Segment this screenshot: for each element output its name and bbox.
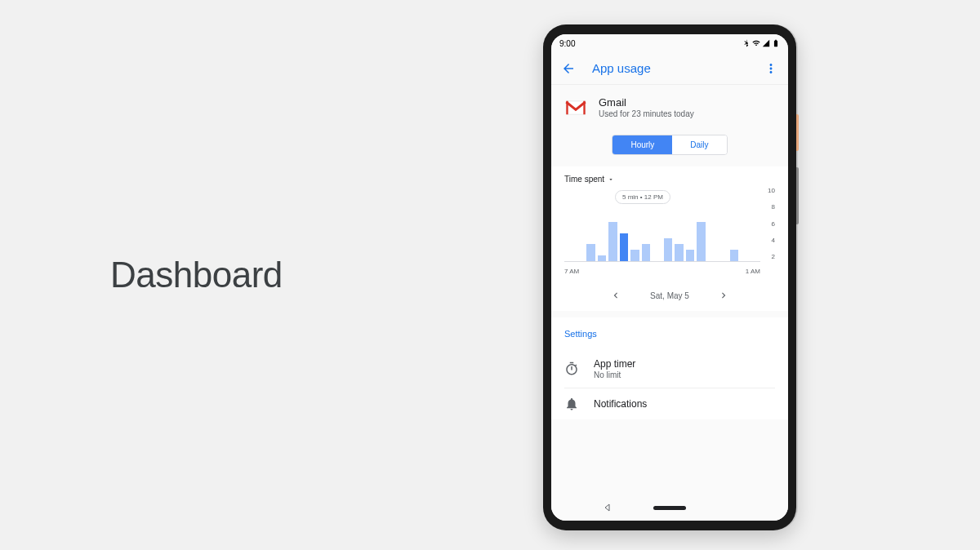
x-tick-start: 7 AM [564, 268, 579, 275]
chart-bar[interactable] [620, 233, 629, 262]
bell-icon [564, 397, 579, 411]
signal-icon [762, 39, 770, 47]
date-label: Sat, May 5 [650, 291, 689, 300]
chart-bar[interactable] [730, 250, 739, 261]
status-icons [742, 39, 780, 47]
gmail-icon [564, 99, 587, 117]
y-tick: 2 [768, 253, 775, 260]
date-navigator: Sat, May 5 [551, 282, 788, 311]
app-header: Gmail Used for 23 minutes today [551, 85, 788, 130]
time-spent-dropdown[interactable]: Time spent [564, 175, 775, 184]
timer-icon [564, 361, 579, 376]
y-tick: 4 [768, 237, 775, 244]
y-tick: 6 [768, 220, 775, 228]
app-name: Gmail [599, 96, 694, 109]
status-bar: 9:00 [551, 34, 788, 52]
chart-bar[interactable] [598, 255, 607, 261]
settings-text: App timer No limit [594, 358, 635, 379]
android-nav-bar [551, 495, 788, 521]
settings-item-title: Notifications [594, 398, 647, 410]
chart-bar[interactable] [697, 222, 706, 261]
more-vert-icon[interactable] [764, 61, 778, 76]
bluetooth-icon [742, 39, 751, 47]
usage-summary: Used for 23 minutes today [599, 109, 694, 118]
chevron-right-icon[interactable] [718, 290, 729, 301]
settings-item-sub: No limit [594, 370, 635, 379]
nav-back-icon[interactable] [603, 503, 612, 512]
y-axis: 10 8 6 4 2 [768, 187, 775, 260]
dropdown-label-text: Time spent [564, 175, 604, 184]
app-bar-title: App usage [592, 61, 651, 75]
bars-area [564, 205, 760, 262]
x-axis: 7 AM 1 AM [564, 268, 760, 275]
phone-screen: 9:00 App usage Gmail Used for 23 minutes… [551, 34, 788, 521]
tab-daily[interactable]: Daily [672, 135, 726, 154]
app-bar: App usage [551, 52, 788, 85]
chart-bar[interactable] [686, 250, 695, 261]
phone-frame: 9:00 App usage Gmail Used for 23 minutes… [543, 24, 796, 530]
settings-item-notifications[interactable]: Notifications [564, 388, 775, 419]
chart-bar[interactable] [642, 244, 651, 261]
nav-home-pill[interactable] [653, 506, 686, 510]
settings-item-title: App timer [594, 358, 635, 370]
chart-bar[interactable] [630, 250, 639, 261]
phone-power-button [796, 114, 799, 151]
tab-group: Hourly Daily [612, 135, 727, 155]
chart-bar[interactable] [675, 244, 684, 261]
settings-section: Settings App timer No limit Notification… [551, 317, 788, 419]
usage-chart[interactable]: 10 8 6 4 2 5 min • 12 PM 7 AM 1 AM [564, 193, 775, 275]
app-info: Gmail Used for 23 minutes today [599, 96, 694, 118]
chevron-down-icon [608, 176, 614, 183]
chart-bar[interactable] [664, 238, 673, 261]
chart-section: Time spent 10 8 6 4 2 5 min • 12 PM 7 AM… [551, 166, 788, 282]
tab-switcher: Hourly Daily [551, 130, 788, 166]
chart-bar[interactable] [608, 222, 617, 261]
back-arrow-icon[interactable] [561, 61, 576, 76]
chart-bar[interactable] [586, 244, 595, 261]
settings-heading: Settings [564, 329, 775, 339]
settings-text: Notifications [594, 398, 647, 410]
chart-tooltip: 5 min • 12 PM [615, 190, 670, 204]
status-time: 9:00 [559, 39, 575, 48]
battery-icon [772, 39, 780, 47]
y-tick: 8 [768, 203, 775, 211]
y-tick: 10 [768, 187, 775, 194]
settings-item-app-timer[interactable]: App timer No limit [564, 350, 775, 388]
tab-hourly[interactable]: Hourly [612, 135, 672, 154]
chevron-left-icon[interactable] [610, 290, 621, 301]
x-tick-end: 1 AM [746, 268, 760, 275]
phone-volume-button [796, 167, 799, 224]
slide-title: Dashboard [110, 255, 283, 295]
wifi-icon [752, 39, 760, 47]
